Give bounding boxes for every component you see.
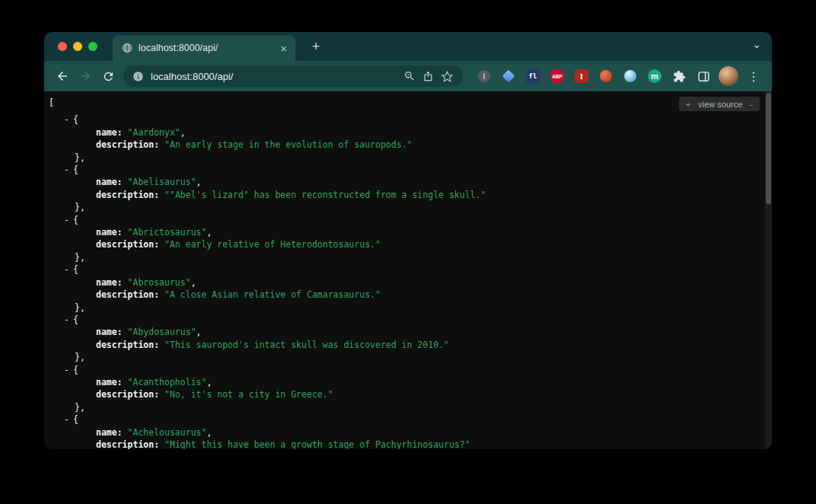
info-glyph: i — [478, 70, 490, 82]
json-key-description: description: — [96, 139, 159, 150]
entry-name-line: name: "Aardonyx", — [49, 126, 772, 139]
collapse-toggle[interactable]: - — [64, 263, 69, 276]
entry-description-line: description: "Might this have been a gro… — [49, 439, 772, 449]
extension-orange-dot-icon[interactable] — [595, 65, 617, 87]
json-entry: -{name: "Abrosaurus",description: "A clo… — [49, 263, 772, 314]
zoom-out-icon[interactable] — [403, 70, 416, 82]
i-glyph: I — [575, 69, 588, 83]
json-key-name: name: — [96, 427, 123, 438]
extension-diamond-icon[interactable] — [498, 65, 519, 87]
entry-close-line: }, — [49, 301, 772, 314]
collapse-toggle[interactable]: - — [64, 214, 69, 226]
entry-description-line: description: "This sauropod's intact sku… — [49, 339, 772, 351]
entry-description-line: description: "No, it's not a city in Gre… — [49, 388, 772, 400]
close-window-button[interactable] — [58, 42, 67, 51]
back-button[interactable] — [52, 65, 73, 87]
json-value-name: "Achelousaurus" — [128, 427, 207, 438]
tab-localhost[interactable]: localhost:8000/api/ × — [113, 35, 295, 61]
collapse-toggle[interactable]: - — [64, 164, 69, 176]
sidebar-panel-icon[interactable] — [693, 65, 714, 87]
json-value-name: "Abelisaurus" — [128, 177, 196, 187]
view-source-control: + view source - — [679, 97, 760, 111]
json-key-name: name: — [96, 377, 123, 388]
json-value-name: "Abydosaurus" — [128, 327, 196, 337]
tab-close-icon[interactable]: × — [278, 43, 289, 54]
entry-name-line: name: "Abrosaurus", — [49, 276, 772, 289]
entry-description-line: description: ""Abel's lizard" has been r… — [49, 189, 772, 201]
json-value-name: "Aardonyx" — [128, 127, 180, 138]
minimize-window-button[interactable] — [73, 42, 82, 51]
view-source-button[interactable]: view source — [698, 100, 742, 109]
json-key-name: name: — [96, 227, 123, 238]
json-key-description: description: — [96, 439, 159, 449]
json-key-description: description: — [96, 389, 159, 400]
entry-open-line: -{ — [49, 314, 772, 326]
scrollbar-thumb[interactable] — [766, 93, 771, 204]
entry-name-line: name: "Abrictosaurus", — [49, 226, 772, 238]
site-info-icon[interactable] — [132, 71, 144, 82]
new-tab-button[interactable]: + — [308, 39, 324, 55]
page-scrollbar[interactable] — [765, 91, 772, 449]
entry-open-line: -{ — [49, 164, 772, 176]
forward-button[interactable] — [75, 65, 96, 87]
collapse-all-button[interactable]: - — [750, 100, 753, 109]
expand-all-button[interactable]: + — [686, 100, 690, 109]
bookmark-star-icon[interactable] — [441, 70, 454, 83]
entry-open-line: -{ — [49, 413, 772, 426]
extension-info-icon[interactable]: i — [473, 65, 495, 87]
extensions-puzzle-icon[interactable] — [668, 65, 690, 87]
json-entry: -{name: "Aardonyx",description: "An earl… — [49, 113, 772, 164]
json-value-description: "This sauropod's intact skull was discov… — [164, 340, 449, 350]
open-brace: { — [73, 414, 78, 425]
json-key-name: name: — [96, 177, 123, 187]
globe-icon — [122, 43, 132, 53]
entry-name-line: name: "Achelousaurus", — [49, 426, 772, 439]
collapse-toggle[interactable]: - — [64, 113, 69, 126]
abp-glyph: ABP — [550, 69, 565, 84]
extension-adblock-plus-icon[interactable]: ABP — [547, 65, 568, 87]
entry-description-line: description: "A close Asian relative of … — [49, 289, 772, 301]
share-icon[interactable] — [422, 70, 434, 82]
m-glyph: m — [648, 69, 661, 83]
json-viewer: [ -{name: "Aardonyx",description: "An ea… — [44, 91, 772, 449]
url-text[interactable]: localhost:8000/api/ — [151, 71, 397, 82]
tab-title: localhost:8000/api/ — [139, 43, 272, 53]
json-entry: -{name: "Achelousaurus",description: "Mi… — [49, 413, 772, 449]
json-key-name: name: — [96, 127, 123, 138]
entry-close-line: }, — [49, 201, 772, 213]
json-value-description: "An early relative of Heterodontosaurus.… — [164, 239, 381, 250]
collapse-toggle[interactable]: - — [64, 413, 69, 426]
extension-i-badge-icon[interactable]: I — [571, 65, 592, 87]
collapse-toggle[interactable]: - — [64, 364, 69, 376]
open-brace: { — [73, 314, 78, 325]
entry-name-line: name: "Acanthopholis", — [49, 376, 772, 388]
json-key-name: name: — [96, 327, 123, 337]
fl-glyph: fl — [526, 69, 540, 84]
open-brace: { — [73, 215, 78, 225]
array-open-bracket: [ — [49, 97, 772, 109]
json-value-name: "Abrosaurus" — [128, 277, 191, 288]
collapse-toggle[interactable]: - — [64, 314, 69, 326]
entry-open-line: -{ — [49, 214, 772, 226]
toolbar: localhost:8000/api/ i fl — [44, 61, 772, 91]
entry-name-line: name: "Abydosaurus", — [49, 326, 772, 338]
profile-avatar[interactable] — [719, 66, 738, 86]
reload-button[interactable] — [97, 65, 119, 87]
extension-blue-sphere-icon[interactable] — [620, 65, 641, 87]
json-key-name: name: — [96, 277, 123, 288]
tab-search-chevron-icon[interactable]: ⌄ — [752, 38, 761, 50]
open-brace: { — [73, 164, 78, 175]
entry-description-line: description: "An early stage in the evol… — [49, 139, 772, 151]
address-bar[interactable]: localhost:8000/api/ — [123, 65, 463, 87]
entry-name-line: name: "Abelisaurus", — [49, 176, 772, 188]
zoom-window-button[interactable] — [88, 42, 97, 51]
extension-fl-icon[interactable]: fl — [522, 65, 543, 87]
entry-close-line: }, — [49, 152, 772, 164]
extensions-row: i fl ABP I m — [473, 65, 764, 87]
json-key-description: description: — [96, 340, 159, 350]
extension-m-circle-icon[interactable]: m — [644, 65, 665, 87]
browser-menu-button[interactable]: ⋮ — [743, 65, 764, 87]
json-value-description: ""Abel's lizard" has been reconstructed … — [164, 190, 486, 200]
json-entry: -{name: "Abydosaurus",description: "This… — [49, 314, 772, 364]
json-value-name: "Abrictosaurus" — [128, 227, 207, 238]
